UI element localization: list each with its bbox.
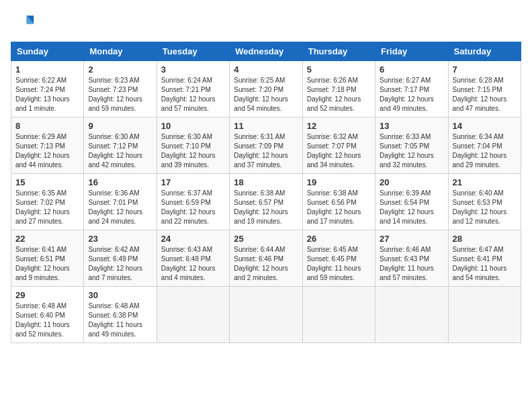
day-info: Sunrise: 6:24 AMSunset: 7:21 PMDaylight:… — [161, 76, 225, 113]
day-info: Sunrise: 6:32 AMSunset: 7:07 PMDaylight:… — [307, 132, 371, 170]
calendar-day-cell — [448, 287, 521, 343]
day-number: 29 — [15, 290, 79, 300]
day-info: Sunrise: 6:36 AMSunset: 7:01 PMDaylight:… — [88, 189, 152, 226]
day-info: Sunrise: 6:40 AMSunset: 6:53 PMDaylight:… — [453, 189, 517, 226]
day-number: 25 — [234, 234, 298, 244]
day-number: 15 — [15, 177, 79, 187]
day-info: Sunrise: 6:29 AMSunset: 7:13 PMDaylight:… — [15, 132, 79, 170]
day-info: Sunrise: 6:47 AMSunset: 6:41 PMDaylight:… — [453, 245, 517, 283]
calendar-day-cell: 26Sunrise: 6:45 AMSunset: 6:45 PMDayligh… — [302, 230, 375, 287]
calendar-day-cell: 22Sunrise: 6:41 AMSunset: 6:51 PMDayligh… — [11, 230, 84, 287]
day-info: Sunrise: 6:39 AMSunset: 6:54 PMDaylight:… — [380, 189, 443, 226]
calendar-day-cell: 20Sunrise: 6:39 AMSunset: 6:54 PMDayligh… — [375, 174, 448, 230]
calendar-day-cell: 6Sunrise: 6:27 AMSunset: 7:17 PMDaylight… — [375, 61, 448, 118]
calendar-table: SundayMondayTuesdayWednesdayThursdayFrid… — [11, 42, 521, 343]
day-info: Sunrise: 6:38 AMSunset: 6:56 PMDaylight:… — [307, 189, 371, 226]
day-info: Sunrise: 6:46 AMSunset: 6:43 PMDaylight:… — [380, 245, 443, 283]
calendar-day-cell: 23Sunrise: 6:42 AMSunset: 6:49 PMDayligh… — [84, 230, 157, 287]
day-info: Sunrise: 6:44 AMSunset: 6:46 PMDaylight:… — [234, 245, 298, 283]
day-info: Sunrise: 6:22 AMSunset: 7:24 PMDaylight:… — [15, 76, 79, 113]
day-number: 16 — [88, 177, 152, 187]
calendar-day-cell: 14Sunrise: 6:34 AMSunset: 7:04 PMDayligh… — [448, 118, 521, 174]
calendar-day-cell: 9Sunrise: 6:30 AMSunset: 7:12 PMDaylight… — [84, 118, 157, 174]
weekday-header: Friday — [375, 42, 448, 61]
day-number: 6 — [380, 64, 443, 75]
day-info: Sunrise: 6:35 AMSunset: 7:02 PMDaylight:… — [15, 189, 79, 226]
day-number: 13 — [380, 121, 443, 131]
calendar-day-cell: 2Sunrise: 6:23 AMSunset: 7:23 PMDaylight… — [84, 61, 157, 118]
day-info: Sunrise: 6:48 AMSunset: 6:40 PMDaylight:… — [15, 302, 79, 339]
calendar-day-cell: 27Sunrise: 6:46 AMSunset: 6:43 PMDayligh… — [375, 230, 448, 287]
day-number: 21 — [453, 177, 517, 187]
day-info: Sunrise: 6:33 AMSunset: 7:05 PMDaylight:… — [380, 132, 443, 170]
calendar-day-cell: 16Sunrise: 6:36 AMSunset: 7:01 PMDayligh… — [84, 174, 157, 230]
day-number: 14 — [453, 121, 517, 131]
day-number: 1 — [15, 64, 79, 75]
calendar-day-cell: 4Sunrise: 6:25 AMSunset: 7:20 PMDaylight… — [230, 61, 302, 118]
calendar-day-cell: 28Sunrise: 6:47 AMSunset: 6:41 PMDayligh… — [448, 230, 521, 287]
calendar-day-cell: 18Sunrise: 6:38 AMSunset: 6:57 PMDayligh… — [230, 174, 302, 230]
calendar-day-cell — [375, 287, 448, 343]
calendar-week-row: 29Sunrise: 6:48 AMSunset: 6:40 PMDayligh… — [11, 287, 521, 343]
day-number: 28 — [453, 234, 517, 244]
day-number: 8 — [15, 121, 79, 131]
calendar-day-cell: 13Sunrise: 6:33 AMSunset: 7:05 PMDayligh… — [375, 118, 448, 174]
calendar-week-row: 22Sunrise: 6:41 AMSunset: 6:51 PMDayligh… — [11, 230, 521, 287]
calendar-day-cell: 21Sunrise: 6:40 AMSunset: 6:53 PMDayligh… — [448, 174, 521, 230]
weekday-header: Sunday — [11, 42, 84, 61]
day-number: 5 — [307, 64, 371, 75]
logo-icon — [11, 11, 35, 35]
calendar-day-cell: 7Sunrise: 6:28 AMSunset: 7:15 PMDaylight… — [448, 61, 521, 118]
day-number: 7 — [453, 64, 517, 75]
calendar-day-cell: 24Sunrise: 6:43 AMSunset: 6:48 PMDayligh… — [157, 230, 229, 287]
day-info: Sunrise: 6:43 AMSunset: 6:48 PMDaylight:… — [161, 245, 225, 283]
day-number: 17 — [161, 177, 225, 187]
day-number: 22 — [15, 234, 79, 244]
day-info: Sunrise: 6:30 AMSunset: 7:12 PMDaylight:… — [88, 132, 152, 170]
calendar-day-cell — [157, 287, 229, 343]
calendar-day-cell: 5Sunrise: 6:26 AMSunset: 7:18 PMDaylight… — [302, 61, 375, 118]
calendar-day-cell: 17Sunrise: 6:37 AMSunset: 6:59 PMDayligh… — [157, 174, 229, 230]
weekday-header: Saturday — [448, 42, 521, 61]
calendar-day-cell: 29Sunrise: 6:48 AMSunset: 6:40 PMDayligh… — [11, 287, 84, 343]
day-number: 2 — [88, 64, 152, 75]
calendar-day-cell — [302, 287, 375, 343]
day-info: Sunrise: 6:42 AMSunset: 6:49 PMDaylight:… — [88, 245, 152, 283]
calendar-day-cell: 30Sunrise: 6:48 AMSunset: 6:38 PMDayligh… — [84, 287, 157, 343]
day-info: Sunrise: 6:37 AMSunset: 6:59 PMDaylight:… — [161, 189, 225, 226]
calendar-day-cell: 11Sunrise: 6:31 AMSunset: 7:09 PMDayligh… — [230, 118, 302, 174]
day-info: Sunrise: 6:34 AMSunset: 7:04 PMDaylight:… — [453, 132, 517, 170]
day-number: 30 — [88, 290, 152, 300]
day-number: 24 — [161, 234, 225, 244]
day-number: 3 — [161, 64, 225, 75]
day-number: 23 — [88, 234, 152, 244]
day-info: Sunrise: 6:45 AMSunset: 6:45 PMDaylight:… — [307, 245, 371, 283]
weekday-header: Thursday — [302, 42, 375, 61]
day-number: 27 — [380, 234, 443, 244]
day-info: Sunrise: 6:27 AMSunset: 7:17 PMDaylight:… — [380, 76, 443, 113]
calendar-week-row: 8Sunrise: 6:29 AMSunset: 7:13 PMDaylight… — [11, 118, 521, 174]
page-header — [11, 11, 521, 35]
day-number: 20 — [380, 177, 443, 187]
calendar-week-row: 15Sunrise: 6:35 AMSunset: 7:02 PMDayligh… — [11, 174, 521, 230]
calendar-header-row: SundayMondayTuesdayWednesdayThursdayFrid… — [11, 42, 521, 61]
day-info: Sunrise: 6:28 AMSunset: 7:15 PMDaylight:… — [453, 76, 517, 113]
day-number: 18 — [234, 177, 298, 187]
day-info: Sunrise: 6:38 AMSunset: 6:57 PMDaylight:… — [234, 189, 298, 226]
weekday-header: Monday — [84, 42, 157, 61]
day-info: Sunrise: 6:30 AMSunset: 7:10 PMDaylight:… — [161, 132, 225, 170]
day-info: Sunrise: 6:23 AMSunset: 7:23 PMDaylight:… — [88, 76, 152, 113]
day-number: 4 — [234, 64, 298, 75]
day-number: 10 — [161, 121, 225, 131]
calendar-day-cell: 10Sunrise: 6:30 AMSunset: 7:10 PMDayligh… — [157, 118, 229, 174]
calendar-week-row: 1Sunrise: 6:22 AMSunset: 7:24 PMDaylight… — [11, 61, 521, 118]
calendar-day-cell: 25Sunrise: 6:44 AMSunset: 6:46 PMDayligh… — [230, 230, 302, 287]
day-number: 9 — [88, 121, 152, 131]
logo — [11, 11, 39, 35]
calendar-day-cell: 12Sunrise: 6:32 AMSunset: 7:07 PMDayligh… — [302, 118, 375, 174]
calendar-day-cell: 1Sunrise: 6:22 AMSunset: 7:24 PMDaylight… — [11, 61, 84, 118]
day-info: Sunrise: 6:41 AMSunset: 6:51 PMDaylight:… — [15, 245, 79, 283]
calendar-day-cell: 15Sunrise: 6:35 AMSunset: 7:02 PMDayligh… — [11, 174, 84, 230]
day-info: Sunrise: 6:26 AMSunset: 7:18 PMDaylight:… — [307, 76, 371, 113]
day-number: 12 — [307, 121, 371, 131]
